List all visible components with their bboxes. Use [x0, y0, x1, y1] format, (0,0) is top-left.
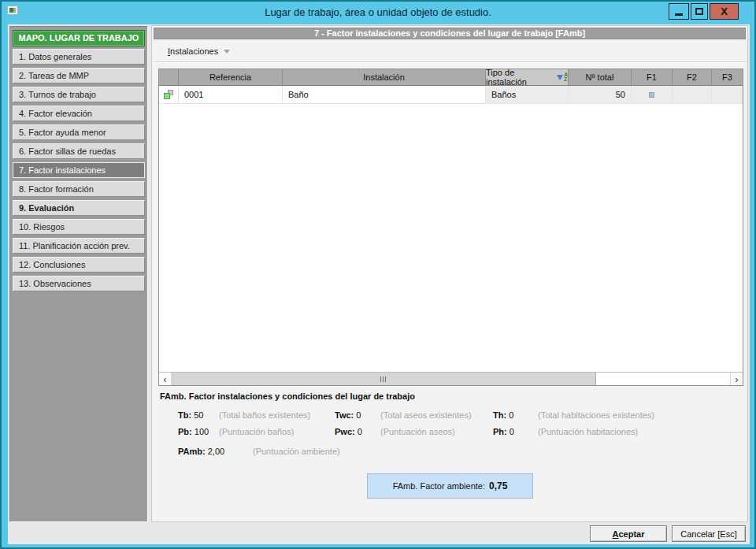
column-header-total[interactable]: Nº total: [569, 69, 632, 86]
section-header: 7 - Factor instalaciones y condiciones d…: [154, 28, 746, 39]
maximize-icon: [695, 8, 703, 15]
stat-tb-gloss: (Total baños existentes): [219, 410, 335, 420]
application-window: Lugar de trabajo, área o unidad objeto d…: [0, 0, 756, 549]
sidebar-item-riesgos[interactable]: 10. Riesgos: [13, 219, 145, 235]
chevron-down-icon: [224, 50, 230, 54]
cell-total: 50: [569, 86, 632, 104]
close-icon: X: [721, 6, 728, 17]
stat-tb: Tb: 50: [178, 410, 219, 420]
famb-result-value: 0,75: [489, 480, 507, 492]
summary-title: FAmb. Factor instalaciones y condiciones…: [160, 391, 415, 401]
sidebar-item-observaciones[interactable]: 13. Observaciones: [13, 276, 145, 291]
stat-ph-gloss: (Puntuación habitaciones): [538, 427, 638, 436]
f1-indicator-icon: [649, 92, 654, 98]
column-header-f1[interactable]: F1: [632, 69, 673, 86]
sidebar-item-factor-elevacion[interactable]: 4. Factor elevación: [13, 106, 145, 121]
table-row[interactable]: 0001 Baño Baños 50: [159, 86, 743, 104]
window-frame: Lugar de trabajo, área o unidad objeto d…: [2, 2, 754, 547]
stat-pamb-gloss: (Puntuación ambiente): [253, 447, 340, 456]
stat-twc: Twc: 0: [335, 410, 380, 420]
stat-twc-gloss: (Total aseos existentes): [380, 410, 493, 420]
horizontal-scrollbar[interactable]: ‹ ›: [159, 372, 743, 385]
row-type-cell: [159, 86, 179, 104]
column-header-instalacion[interactable]: Instalación: [283, 69, 486, 86]
cell-f3: [712, 86, 743, 104]
sidebar-item-datos-generales[interactable]: 1. Datos generales: [13, 49, 145, 65]
sidebar-item-planificacion[interactable]: 11. Planificación acción prev.: [13, 238, 145, 254]
sidebar-item-evaluacion[interactable]: 9. Evaluación: [13, 200, 145, 216]
sidebar-item-tareas-mmp[interactable]: 2. Tareas de MMP: [13, 68, 145, 83]
installation-icon: [164, 90, 173, 99]
close-button[interactable]: X: [710, 3, 739, 20]
table-header-row: Referencia Instalación Tipo de instalaci…: [159, 69, 743, 86]
stat-pamb: PAmb: 2,00: [178, 447, 253, 456]
sidebar-item-factor-sillas[interactable]: 6. Factor sillas de ruedas: [13, 143, 145, 159]
titlebar[interactable]: Lugar de trabajo, área o unidad objeto d…: [2, 2, 754, 23]
summary-row-pamb: PAmb: 2,00(Puntuación ambiente): [178, 447, 340, 456]
toolbar-separator: [154, 61, 746, 63]
aceptar-button[interactable]: Aceptar: [590, 525, 667, 542]
cell-f1: [632, 86, 673, 104]
stat-pb: Pb: 100: [178, 427, 219, 436]
scroll-right-button[interactable]: ›: [730, 373, 743, 385]
sidebar-item-factor-formacion[interactable]: 8. Factor formación: [13, 181, 145, 197]
sidebar-item-factor-ayuda-menor[interactable]: 5. Factor ayuda menor: [13, 124, 145, 140]
dialog-content: MAPO. LUGAR DE TRABAJO 1. Datos generale…: [8, 24, 750, 544]
stat-pwc: Pwc: 0: [335, 427, 380, 436]
aceptar-button-label: Aceptar: [613, 529, 645, 539]
stat-ph: Ph: 0: [493, 427, 538, 436]
sort-az-icon: AZ: [557, 72, 568, 82]
minimize-button[interactable]: [669, 3, 689, 20]
instalaciones-table: Referencia Instalación Tipo de instalaci…: [158, 69, 743, 386]
cell-instalacion: Baño: [283, 86, 486, 104]
stat-pb-gloss: (Puntuación baños): [219, 427, 335, 436]
instalaciones-menu[interactable]: Instalaciones: [168, 45, 230, 57]
sidebar-header-mapo[interactable]: MAPO. LUGAR DE TRABAJO: [13, 30, 145, 46]
cell-tipo: Baños: [486, 86, 569, 104]
column-header-f2[interactable]: F2: [673, 69, 712, 86]
scrollbar-grip-icon: [383, 377, 384, 382]
summary-row-totals: Tb: 50(Total baños existentes)Twc: 0(Tot…: [178, 410, 654, 420]
scrollbar-grip-icon: [385, 377, 386, 382]
cell-f2: [673, 86, 712, 104]
sidebar-item-conclusiones[interactable]: 12. Conclusiones: [13, 257, 145, 273]
window-title: Lugar de trabajo, área o unidad objeto d…: [2, 6, 754, 18]
instalaciones-menu-label: Instalaciones: [168, 46, 218, 56]
famb-result-box: FAmb. Factor ambiente: 0,75: [367, 473, 533, 499]
maximize-button[interactable]: [691, 3, 708, 20]
stat-pwc-gloss: (Puntuación aseos): [380, 427, 493, 436]
column-header-f3[interactable]: F3: [712, 69, 743, 86]
scrollbar-grip-icon: [380, 377, 381, 382]
sidebar-nav: MAPO. LUGAR DE TRABAJO 1. Datos generale…: [9, 26, 148, 522]
scroll-left-button[interactable]: ‹: [159, 373, 172, 385]
column-header-icon[interactable]: [159, 69, 179, 86]
column-header-tipo[interactable]: Tipo de instalación AZ: [486, 69, 569, 86]
cell-referencia: 0001: [179, 86, 283, 104]
scrollbar-track[interactable]: [172, 373, 730, 385]
famb-result-label: FAmb. Factor ambiente:: [393, 481, 485, 491]
cancelar-button[interactable]: Cancelar [Esc]: [672, 525, 746, 542]
column-header-referencia[interactable]: Referencia: [179, 69, 283, 86]
stat-th: Th: 0: [493, 410, 538, 420]
minimize-icon: [675, 13, 683, 16]
sidebar-item-factor-instalaciones[interactable]: 7. Factor instalaciones: [13, 162, 145, 178]
stat-th-gloss: (Total habitaciones existentes): [538, 410, 654, 420]
sidebar-item-turnos-trabajo[interactable]: 3. Turnos de trabajo: [13, 87, 145, 102]
scrollbar-thumb[interactable]: [172, 373, 596, 385]
main-panel: 7 - Factor instalaciones y condiciones d…: [151, 25, 748, 522]
summary-row-scores: Pb: 100(Puntuación baños)Pwc: 0(Puntuaci…: [178, 427, 638, 436]
